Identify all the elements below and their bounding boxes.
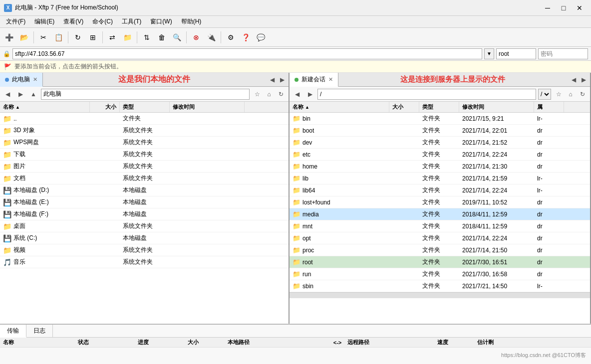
remote-file-row[interactable]: 📁 home 文件夹 2021/7/14, 21:30 dr (290, 161, 590, 173)
local-back-button[interactable]: ◀ (2, 89, 13, 100)
remote-file-name-text: run (302, 271, 311, 278)
remote-file-row[interactable]: 📁 root 文件夹 2021/7/30, 16:51 dr (290, 256, 590, 268)
remote-file-row[interactable]: 📁 sbin 文件夹 2021/7/21, 14:50 lr- (290, 280, 590, 292)
connect-button[interactable]: 🔌 (204, 30, 218, 44)
local-tab-next[interactable]: ▶ (278, 75, 287, 84)
local-forward-button[interactable]: ▶ (15, 89, 26, 100)
remote-tab-close[interactable]: ✕ (328, 76, 333, 83)
menu-edit[interactable]: 编辑(E) (30, 16, 58, 27)
address-dropdown-button[interactable]: ▼ (484, 48, 494, 59)
remote-file-name-text: opt (302, 235, 311, 242)
disconnect-button[interactable]: ⊗ (189, 30, 203, 44)
remote-forward-button[interactable]: ▶ (304, 89, 315, 100)
copy-button[interactable]: 📋 (51, 30, 65, 44)
local-tab[interactable]: 此电脑 ✕ (0, 73, 43, 87)
local-file-row[interactable]: 💾 本地磁盘 (D:) 本地磁盘 (0, 184, 289, 196)
local-file-row[interactable]: 📁 桌面 系统文件夹 (0, 220, 289, 232)
remote-path-dropdown[interactable]: / (538, 89, 551, 100)
remote-file-row[interactable]: 📁 run 文件夹 2021/7/30, 16:58 dr (290, 268, 590, 280)
local-file-row[interactable]: 📁 视频 系统文件夹 (0, 244, 289, 256)
remote-home-button[interactable]: ⌂ (565, 89, 576, 100)
sync-button[interactable]: ⇅ (140, 30, 154, 44)
local-col-name[interactable]: 名称 ▲ (0, 102, 90, 112)
local-path-input[interactable] (41, 89, 250, 100)
local-file-row[interactable]: 📁 文档 系统文件夹 (0, 173, 289, 184)
local-file-row[interactable]: 📁 3D 对象 系统文件夹 (0, 125, 289, 137)
remote-tab-next[interactable]: ▶ (579, 75, 588, 84)
delete-button[interactable]: 🗑 (155, 30, 169, 44)
new-session-button[interactable]: ➕ (2, 30, 16, 44)
search-button[interactable]: 🔍 (170, 30, 184, 44)
remote-scroll-x[interactable] (290, 292, 590, 298)
local-col-type[interactable]: 类型 (120, 102, 170, 112)
remote-file-row[interactable]: 📁 mnt 文件夹 2018/4/11, 12:59 dr (290, 220, 590, 232)
remote-col-size[interactable]: 大小 (389, 102, 419, 112)
transfer-button[interactable]: ⇄ (105, 30, 119, 44)
remote-file-row[interactable]: 📁 proc 文件夹 2021/7/14, 21:50 dr (290, 244, 590, 256)
local-col-size[interactable]: 大小 (90, 102, 120, 112)
local-col-date[interactable]: 修改时间 (170, 102, 245, 112)
settings-button[interactable]: ⚙ (224, 30, 238, 44)
local-file-row[interactable]: 💾 本地磁盘 (F:) 本地磁盘 (0, 208, 289, 220)
remote-file-row[interactable]: 📁 dev 文件夹 2021/7/14, 21:52 dr (290, 137, 590, 149)
folder-button[interactable]: 📁 (120, 30, 134, 44)
remote-bookmark-button[interactable]: ☆ (553, 89, 564, 100)
menu-command[interactable]: 命令(C) (88, 16, 117, 27)
local-file-row[interactable]: 💾 系统 (C:) 本地磁盘 (0, 232, 289, 244)
password-input[interactable] (538, 48, 588, 59)
remote-col-type[interactable]: 类型 (419, 102, 459, 112)
remote-back-button[interactable]: ◀ (292, 89, 302, 100)
bottom-tab-transfer[interactable]: 传输 (0, 325, 26, 338)
close-button[interactable]: ✕ (572, 3, 587, 13)
local-file-row[interactable]: 📁 图片 系统文件夹 (0, 161, 289, 173)
help-button[interactable]: ❓ (239, 30, 253, 44)
remote-file-row[interactable]: 📁 boot 文件夹 2021/7/14, 22:01 dr (290, 125, 590, 137)
refresh-button[interactable]: ↻ (71, 30, 85, 44)
remote-col-perm[interactable]: 属 (534, 102, 564, 112)
menu-help[interactable]: 帮助(H) (177, 16, 206, 27)
remote-folder-icon: 📁 (293, 258, 300, 266)
remote-file-type: 文件夹 (419, 162, 459, 171)
local-refresh-button[interactable]: ↻ (276, 89, 287, 100)
local-home-button[interactable]: ⌂ (264, 89, 275, 100)
layout-button[interactable]: ⊞ (86, 30, 100, 44)
remote-col-date[interactable]: 修改时间 (459, 102, 534, 112)
remote-file-row[interactable]: 📁 etc 文件夹 2021/7/14, 22:24 dr (290, 149, 590, 161)
local-file-name: 💾 系统 (C:) (0, 233, 90, 243)
remote-file-row[interactable]: 📁 media 文件夹 2018/4/11, 12:59 dr (290, 208, 590, 220)
toolbar-separator-5 (186, 31, 187, 43)
bottom-tab-log[interactable]: 日志 (26, 325, 53, 337)
remote-file-row[interactable]: 📁 lib64 文件夹 2021/7/14, 22:24 lr- (290, 184, 590, 196)
address-input[interactable] (12, 48, 482, 59)
comment-button[interactable]: 💬 (254, 30, 268, 44)
local-tab-prev[interactable]: ◀ (268, 75, 277, 84)
local-file-row[interactable]: 🎵 音乐 系统文件夹 (0, 256, 289, 268)
menu-tools[interactable]: 工具(T) (118, 16, 145, 27)
menu-file[interactable]: 文件(F) (2, 16, 29, 27)
open-button[interactable]: 📂 (17, 30, 31, 44)
maximize-button[interactable]: □ (556, 3, 571, 13)
user-input[interactable] (496, 48, 536, 59)
local-tab-close[interactable]: ✕ (33, 76, 37, 83)
remote-path-input[interactable] (317, 89, 536, 100)
local-file-row[interactable]: 📁 下载 系统文件夹 (0, 149, 289, 161)
local-up-button[interactable]: ▲ (28, 89, 39, 100)
remote-refresh-button[interactable]: ↻ (577, 89, 588, 100)
remote-tab-prev[interactable]: ◀ (569, 75, 578, 84)
local-file-row[interactable]: 📁 WPS网盘 系统文件夹 (0, 137, 289, 149)
remote-file-row[interactable]: 📁 opt 文件夹 2021/7/14, 22:24 dr (290, 232, 590, 244)
local-bookmark-button[interactable]: ☆ (252, 89, 263, 100)
cut-button[interactable]: ✂ (36, 30, 50, 44)
remote-tab[interactable]: 新建会话 ✕ (290, 73, 338, 87)
local-file-row[interactable]: 💾 本地磁盘 (E:) 本地磁盘 (0, 196, 289, 208)
remote-file-row[interactable]: 📁 lost+found 文件夹 2019/7/11, 10:52 dr (290, 196, 590, 208)
local-file-row[interactable]: 📁 .. 文件夹 (0, 113, 289, 125)
remote-col-name[interactable]: 名称 ▲ (290, 102, 389, 112)
minimize-button[interactable]: ─ (540, 3, 555, 13)
remote-file-name: 📁 lost+found (290, 198, 389, 206)
remote-file-row[interactable]: 📁 bin 文件夹 2021/7/15, 9:21 lr- (290, 113, 590, 125)
menu-window[interactable]: 窗口(W) (146, 16, 176, 27)
menu-view[interactable]: 查看(V) (59, 16, 87, 27)
local-file-date (170, 154, 245, 155)
remote-file-row[interactable]: 📁 lib 文件夹 2021/7/14, 21:59 lr- (290, 173, 590, 184)
